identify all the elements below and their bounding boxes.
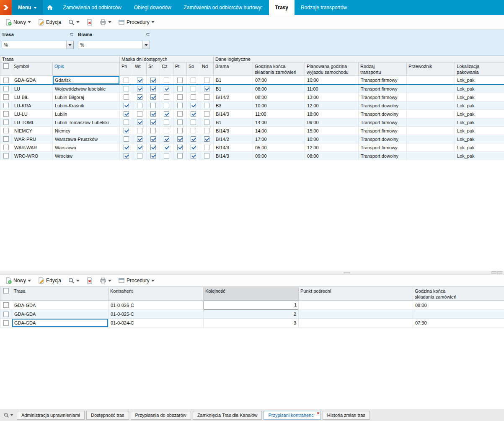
bottom-search-button[interactable]	[2, 411, 15, 419]
col-header-so[interactable]: So	[187, 62, 200, 76]
route-row[interactable]: GDA-GDAGdańskB107:0010:00Transport firmo…	[0, 76, 504, 85]
procedures-button[interactable]: Procedury	[115, 17, 158, 27]
new-button[interactable]: Nowy	[2, 275, 34, 286]
day-checkbox[interactable]	[191, 103, 196, 108]
brama-filter-combo[interactable]: %	[78, 41, 150, 49]
bottom-tab-1[interactable]: Administracja uprawnieniami	[17, 411, 85, 420]
route-row[interactable]: LU-BIŁLublin-BiłgorajB/14/208:0013:00Tra…	[0, 93, 504, 101]
day-checkbox[interactable]	[164, 120, 169, 125]
day-checkbox[interactable]	[124, 111, 129, 117]
day-checkbox[interactable]	[191, 136, 196, 142]
day-checkbox[interactable]	[204, 86, 209, 91]
bottom-tab-3[interactable]: Przypisania do obszarów	[131, 411, 191, 420]
subset-operator-icon[interactable]: ⊆	[146, 31, 150, 37]
row-select-cell[interactable]	[0, 101, 12, 110]
day-checkbox[interactable]	[204, 111, 209, 117]
row-select-cell[interactable]	[0, 118, 12, 127]
day-checkbox[interactable]	[204, 153, 209, 159]
topbar-tab-1[interactable]: Zamówienia od odbiorców	[57, 0, 127, 15]
row-checkbox[interactable]	[3, 312, 9, 317]
col-header-planowana[interactable]: Planowana godzina wyjazdu samochodu	[305, 62, 359, 76]
day-checkbox[interactable]	[204, 136, 209, 142]
day-checkbox[interactable]	[150, 103, 156, 108]
topbar-tab-5[interactable]: Rodzaje transportów	[295, 0, 353, 15]
col-header-godzina-konca[interactable]: Godzina końca składania zamówień	[413, 287, 504, 301]
day-checkbox[interactable]	[150, 94, 156, 100]
row-select-cell[interactable]	[0, 310, 12, 319]
row-checkbox[interactable]	[3, 120, 9, 125]
delete-button[interactable]	[83, 17, 96, 27]
day-checkbox[interactable]	[177, 111, 183, 117]
row-checkbox[interactable]	[3, 145, 9, 150]
bottom-tab-4[interactable]: Zamknięcia Tras dla Kanałów	[193, 411, 262, 420]
col-header-opis[interactable]: Opis	[53, 62, 120, 76]
subset-operator-icon[interactable]: ⊆	[70, 31, 74, 37]
select-all-checkbox[interactable]	[3, 288, 9, 294]
day-checkbox[interactable]	[150, 136, 156, 142]
route-row[interactable]: WAR-WARWarszawaB/14/305:0012:00Transport…	[0, 143, 504, 152]
col-header-symbol[interactable]: Symbol	[12, 62, 53, 76]
row-checkbox[interactable]	[3, 111, 9, 117]
day-checkbox[interactable]	[204, 103, 209, 108]
day-checkbox[interactable]	[137, 153, 142, 159]
route-row[interactable]: WRO-WROWrocławB/14/309:0008:00Transport …	[0, 152, 504, 160]
day-checkbox[interactable]	[150, 86, 156, 91]
day-checkbox[interactable]	[137, 103, 142, 108]
delete-button[interactable]	[83, 275, 96, 286]
day-checkbox[interactable]	[164, 86, 169, 91]
day-checkbox[interactable]	[191, 86, 196, 91]
col-header-trasa[interactable]: Trasa	[12, 287, 109, 301]
day-checkbox[interactable]	[137, 94, 142, 100]
day-checkbox[interactable]	[191, 153, 196, 159]
select-all-checkbox[interactable]	[3, 63, 9, 69]
day-checkbox[interactable]	[137, 86, 142, 91]
day-checkbox[interactable]	[164, 94, 169, 100]
row-select-cell[interactable]	[0, 110, 12, 118]
day-checkbox[interactable]	[164, 136, 169, 142]
day-checkbox[interactable]	[124, 136, 129, 142]
day-checkbox[interactable]	[164, 153, 169, 159]
day-checkbox[interactable]	[164, 111, 169, 117]
day-checkbox[interactable]	[177, 145, 183, 150]
day-checkbox[interactable]	[191, 94, 196, 100]
topbar-tab-4[interactable]: Trasy	[269, 0, 295, 15]
row-select-cell[interactable]	[0, 93, 12, 101]
procedures-button[interactable]: Procedury	[115, 275, 158, 286]
day-checkbox[interactable]	[177, 136, 183, 142]
row-select-cell[interactable]	[0, 135, 12, 143]
day-checkbox[interactable]	[177, 86, 183, 91]
day-checkbox[interactable]	[124, 94, 129, 100]
col-header-rodzaj[interactable]: Rodzaj transportu	[359, 62, 407, 76]
topbar-tab-3[interactable]: Zamówienia od odbiorców hurtowy:	[177, 0, 269, 15]
opis-edit-field[interactable]: Gdańsk	[53, 76, 119, 84]
day-checkbox[interactable]	[150, 128, 156, 133]
row-select-cell[interactable]	[0, 85, 12, 93]
row-checkbox[interactable]	[3, 320, 9, 326]
row-select-cell[interactable]	[0, 301, 12, 310]
row-checkbox[interactable]	[3, 153, 9, 159]
topbar-tab-2[interactable]: Obiegi dowodów	[128, 0, 178, 15]
close-tab-icon[interactable]: ×	[317, 411, 319, 416]
day-checkbox[interactable]	[164, 78, 169, 83]
day-checkbox[interactable]	[177, 153, 183, 159]
route-row[interactable]: LU-TOMLLublin-Tomaszów LubelskiB114:0009…	[0, 118, 504, 127]
day-checkbox[interactable]	[150, 145, 156, 150]
day-checkbox[interactable]	[124, 120, 129, 125]
print-button[interactable]	[97, 17, 114, 27]
col-header-lokalizacja[interactable]: Lokalizacja pakowania	[455, 62, 504, 76]
row-checkbox[interactable]	[3, 86, 9, 91]
day-checkbox[interactable]	[191, 111, 196, 117]
contractor-row[interactable]: GDA-GDA01-0-024-C307:30	[0, 319, 504, 327]
col-header-wt[interactable]: Wt	[133, 62, 147, 76]
row-checkbox[interactable]	[3, 78, 9, 83]
combo-dropdown-button[interactable]	[142, 41, 150, 49]
day-checkbox[interactable]	[164, 145, 169, 150]
home-button[interactable]	[43, 0, 57, 15]
new-button[interactable]: Nowy	[2, 17, 34, 27]
route-row[interactable]: LU-KRALublin-KraśnikB310:0012:00Transpor…	[0, 101, 504, 110]
row-checkbox[interactable]	[3, 128, 9, 133]
col-header-kolejnosc[interactable]: Kolejność	[204, 287, 299, 301]
row-select-cell[interactable]	[0, 127, 12, 135]
day-checkbox[interactable]	[137, 78, 142, 83]
col-header-sr[interactable]: Śr	[147, 62, 160, 76]
